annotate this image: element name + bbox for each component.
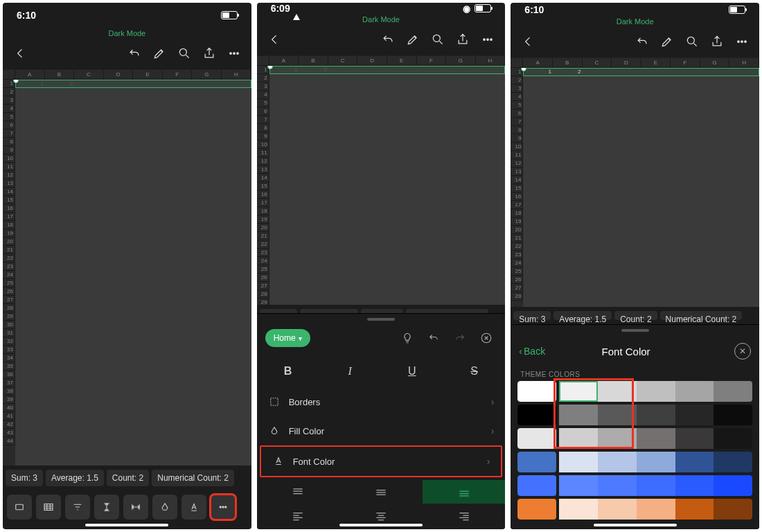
row-header[interactable]: 16 [257, 190, 269, 199]
row-header[interactable]: 40 [3, 404, 15, 412]
col-header[interactable]: D [357, 56, 387, 66]
row-header[interactable]: 9 [257, 132, 269, 141]
fill-color-icon[interactable] [152, 495, 177, 520]
row-header[interactable]: 5 [511, 101, 523, 109]
row-header[interactable]: 18 [3, 221, 15, 229]
row-header[interactable]: 9 [3, 146, 15, 154]
back-chevron-icon[interactable] [264, 29, 285, 50]
color-swatch[interactable] [517, 381, 556, 402]
row-header[interactable]: 39 [3, 396, 15, 404]
color-swatch[interactable] [598, 499, 637, 520]
row-header[interactable]: 15 [3, 196, 15, 204]
col-header[interactable]: A [523, 58, 553, 68]
row-header[interactable]: 16 [3, 204, 15, 213]
undo-icon[interactable] [378, 29, 398, 50]
panel-close-icon[interactable] [476, 328, 497, 348]
color-swatch[interactable] [598, 405, 637, 425]
cell-a1[interactable]: 1 [269, 66, 299, 74]
row-header[interactable]: 17 [511, 201, 523, 209]
row-header[interactable]: 23 [257, 249, 269, 257]
row-header[interactable]: 26 [3, 287, 15, 296]
row-header[interactable]: 24 [257, 257, 269, 265]
halign-left-button[interactable] [257, 504, 340, 527]
card-view-icon[interactable] [7, 495, 32, 520]
row-header[interactable]: 2 [3, 88, 15, 96]
row-header[interactable]: 11 [511, 151, 523, 159]
stat-count[interactable]: Count: 2 [614, 311, 657, 320]
col-header[interactable]: C [583, 58, 612, 68]
row-header[interactable]: 3 [511, 85, 523, 93]
row-header[interactable]: 12 [3, 171, 15, 179]
row-header[interactable]: 25 [3, 279, 15, 287]
row-header[interactable]: 29 [257, 299, 269, 305]
row-header[interactable]: 42 [3, 420, 15, 429]
row-header[interactable]: 15 [257, 182, 269, 190]
draw-icon[interactable] [657, 31, 677, 52]
ribbon-tab-select[interactable]: Home [265, 329, 310, 347]
row-header[interactable]: 41 [3, 412, 15, 420]
col-header[interactable]: A [269, 56, 299, 66]
row-header[interactable]: 7 [257, 116, 269, 124]
stat-avg[interactable]: Average: 1.5 [46, 470, 104, 486]
color-swatch[interactable] [714, 381, 752, 402]
lightbulb-icon[interactable] [397, 328, 418, 348]
color-swatch[interactable] [637, 428, 675, 449]
row-header[interactable]: 5 [257, 99, 269, 107]
stat-sum[interactable]: Sum: 3 [6, 470, 43, 486]
cell-a1[interactable]: 1 [15, 80, 45, 88]
col-header[interactable]: D [612, 58, 641, 68]
row-header[interactable]: 18 [511, 209, 523, 218]
color-swatch[interactable] [559, 452, 598, 472]
color-swatch[interactable] [714, 452, 752, 472]
col-header[interactable]: D [104, 70, 134, 80]
row-header[interactable]: 24 [511, 259, 523, 267]
menu-fill-color[interactable]: Fill Color › [257, 416, 506, 445]
row-header[interactable]: 18 [257, 207, 269, 215]
row-header[interactable]: 13 [257, 166, 269, 174]
back-chevron-icon[interactable] [517, 31, 538, 52]
color-swatch[interactable] [517, 475, 556, 496]
menu-font-color[interactable]: Font Color › [260, 445, 503, 477]
row-header[interactable]: 21 [257, 232, 269, 240]
cell-b1[interactable]: 2 [299, 66, 328, 74]
more-icon[interactable] [477, 29, 498, 50]
color-swatch[interactable] [675, 452, 714, 472]
color-swatch[interactable] [675, 405, 714, 425]
row-header[interactable]: 10 [3, 154, 15, 163]
col-header[interactable]: B [45, 70, 75, 80]
color-swatch[interactable] [598, 452, 637, 472]
color-swatch[interactable] [714, 428, 752, 449]
row-header[interactable]: 4 [3, 105, 15, 113]
row-header[interactable]: 11 [3, 163, 15, 171]
row-header[interactable]: 6 [3, 121, 15, 130]
row-header[interactable]: 31 [3, 329, 15, 337]
color-swatch[interactable] [675, 475, 714, 496]
row-header[interactable]: 14 [257, 174, 269, 182]
row-header[interactable]: 32 [3, 337, 15, 346]
color-swatch[interactable] [714, 475, 752, 496]
row-header[interactable]: 26 [511, 276, 523, 284]
cell-a1[interactable]: 1 [523, 68, 553, 76]
row-header[interactable]: 28 [3, 304, 15, 312]
row-header[interactable]: 38 [3, 387, 15, 396]
row-header[interactable]: 35 [3, 362, 15, 371]
row-header[interactable]: 20 [257, 224, 269, 232]
row-header[interactable]: 12 [257, 157, 269, 166]
row-header[interactable]: 8 [511, 126, 523, 134]
cell-b1[interactable]: 2 [553, 68, 583, 76]
row-header[interactable]: 10 [257, 141, 269, 149]
color-swatch[interactable] [517, 499, 556, 520]
col-header[interactable]: C [328, 56, 358, 66]
stat-numcount[interactable]: Numerical Count: 2 [660, 311, 743, 320]
row-header[interactable]: 27 [3, 296, 15, 304]
panel-drag-handle[interactable] [367, 318, 395, 321]
color-swatch[interactable] [517, 428, 556, 449]
row-header[interactable]: 34 [3, 354, 15, 362]
row-header[interactable]: 28 [257, 290, 269, 299]
col-header[interactable]: A [15, 70, 45, 80]
row-header[interactable]: 14 [3, 188, 15, 196]
more-button[interactable] [211, 495, 236, 520]
col-header[interactable]: E [133, 70, 163, 80]
row-header[interactable]: 27 [511, 284, 523, 292]
col-header[interactable]: B [553, 58, 583, 68]
